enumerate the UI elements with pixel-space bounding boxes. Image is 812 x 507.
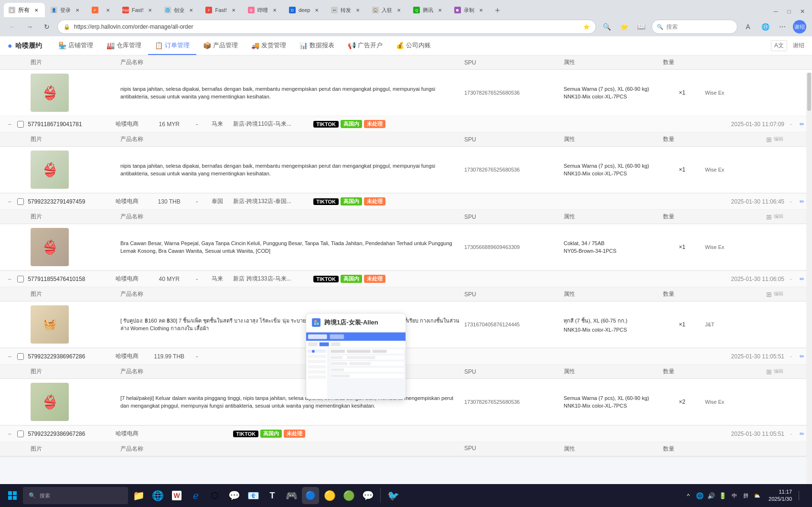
show-hidden-icons[interactable]: ^	[684, 491, 693, 500]
translate-btn[interactable]: A文	[771, 40, 787, 51]
tab-login[interactable]: 👤 登录 ✕	[46, 3, 86, 17]
search-bar[interactable]: 🔍 搜索	[652, 20, 737, 34]
collapse-btn-4[interactable]: −	[6, 353, 13, 360]
system-clock[interactable]: 11:17 2025/1/30	[765, 488, 796, 503]
tab-ruzhu[interactable]: 🏠 入驻 ✕	[367, 3, 407, 17]
taskbar-bird[interactable]: 🐦	[385, 487, 402, 504]
weather-icon[interactable]: ⛅	[752, 491, 762, 500]
nav-data-report[interactable]: 📊 数据报表	[293, 36, 341, 55]
tab-close-fast1[interactable]: ✕	[146, 6, 154, 14]
order-edit-1[interactable]: ✏	[798, 121, 806, 128]
close-window-btn[interactable]: ✕	[797, 6, 808, 17]
taskbar-file-explorer[interactable]: 📁	[130, 487, 147, 504]
tab-close-bilibili[interactable]: ✕	[271, 6, 278, 14]
tab-forward[interactable]: ↩ 转发 ✕	[326, 3, 366, 17]
tab-deep[interactable]: D deep ✕	[284, 3, 325, 17]
refresh-btn[interactable]: ↻	[40, 20, 53, 33]
taskbar-wps[interactable]: W	[168, 487, 185, 504]
sync-btn[interactable]: 🌐	[759, 20, 772, 33]
nav-order-mgmt[interactable]: 📋 订单管理	[148, 36, 196, 55]
grid-icon-2[interactable]: ⊞	[766, 213, 772, 221]
show-desktop-btn[interactable]	[799, 491, 808, 500]
tab-active[interactable]: 📋 所有 ✕	[4, 3, 45, 17]
tab-fast1[interactable]: Fast Fast! ✕	[118, 3, 159, 17]
order-checkbox-4[interactable]	[17, 353, 24, 360]
order-checkbox-1[interactable]	[17, 121, 24, 128]
grid-icon-4[interactable]: ⊞	[766, 368, 772, 376]
order-edit-5[interactable]: ✏	[798, 431, 806, 437]
taskbar-app10[interactable]: 🎮	[283, 487, 300, 504]
ime-icon[interactable]: 中	[729, 491, 739, 500]
tab-close-record[interactable]: ✕	[477, 6, 485, 14]
tab-chuangye[interactable]: 🌐 创业 ✕	[160, 3, 200, 17]
tab-close-tencent[interactable]: ✕	[436, 6, 444, 14]
taskbar-wechat[interactable]: 💬	[225, 487, 243, 504]
tab-2[interactable]: F ✕	[87, 3, 117, 17]
taskbar-app8[interactable]: 📧	[245, 487, 262, 504]
tab-fast2[interactable]: F Fast! ✕	[201, 3, 242, 17]
nav-accounting[interactable]: 💰 公司内账	[389, 36, 438, 55]
network-icon[interactable]: 🌐	[695, 491, 705, 500]
tab-close-deep[interactable]: ✕	[313, 6, 321, 14]
taskbar-app13[interactable]: 🟢	[340, 487, 357, 504]
browser-menu-btn[interactable]: A	[741, 20, 755, 33]
taskbar-wechat2[interactable]: 💬	[359, 487, 376, 504]
start-button[interactable]	[4, 487, 21, 504]
order-checkbox-5[interactable]	[17, 431, 24, 437]
collapse-btn-5[interactable]: −	[6, 430, 13, 438]
grid-icon-3[interactable]: ⊞	[766, 291, 772, 298]
collections-btn[interactable]: 📖	[634, 20, 648, 33]
taskbar-app12[interactable]: 🟡	[321, 487, 338, 504]
minimize-btn[interactable]: ─	[770, 6, 781, 17]
tab-bilibili[interactable]: B 哔哩 ✕	[243, 3, 283, 17]
collapse-btn-2[interactable]: −	[6, 198, 13, 205]
collapse-btn-1[interactable]: −	[6, 120, 13, 128]
scrollbar-track[interactable]	[806, 73, 812, 484]
tab-close-login[interactable]: ✕	[74, 6, 81, 14]
collapse-btn-3[interactable]: −	[6, 275, 13, 283]
product-attr-4: Semua Warna (7 pcs), XL (60-90 kg) NNK10…	[564, 395, 659, 409]
order-country-1: 马来	[205, 120, 229, 128]
taskbar-edge[interactable]: ℯ	[187, 487, 204, 504]
tab-close-fast2[interactable]: ✕	[230, 6, 237, 14]
tab-record[interactable]: ⏺ 录制 ✕	[449, 3, 490, 17]
order-edit-2[interactable]: ✏	[798, 198, 806, 205]
tab-close-ruzhu[interactable]: ✕	[395, 6, 403, 14]
tag-tiktok-5: TIKTOK	[233, 431, 258, 437]
nav-warehouse-mgmt[interactable]: 🏭 仓库管理	[100, 36, 148, 55]
new-tab-button[interactable]: +	[491, 4, 504, 17]
scrollbar-thumb[interactable]	[807, 73, 811, 111]
nav-shipping-mgmt[interactable]: 🚚 发货管理	[245, 36, 293, 55]
taskbar-search-btn[interactable]: 🔍 搜索	[23, 487, 128, 504]
forward-btn[interactable]: →	[23, 20, 36, 33]
sound-icon[interactable]: 🔊	[706, 491, 716, 500]
tab-close-chuangye[interactable]: ✕	[187, 6, 195, 14]
url-bar[interactable]: 🔒 https://erp.hallovin.com/order-manage/…	[57, 20, 596, 34]
tab-close-forward[interactable]: ✕	[354, 6, 362, 14]
taskbar-app9[interactable]: T	[264, 487, 281, 504]
tab-tencent[interactable]: Q 腾讯 ✕	[408, 3, 449, 17]
order-edit-4[interactable]: ✏	[798, 353, 806, 360]
taskbar-vscode[interactable]: ⬡	[206, 487, 224, 504]
extensions-btn[interactable]: 🔍	[600, 20, 613, 33]
order-checkbox-2[interactable]	[17, 198, 24, 205]
more-btn[interactable]: ⋯	[776, 20, 789, 33]
taskbar-app11[interactable]: 🔵	[302, 487, 319, 504]
back-btn[interactable]: ←	[6, 20, 19, 33]
tab-close-btn[interactable]: ✕	[32, 6, 40, 14]
nav-store-mgmt[interactable]: 🏪 店铺管理	[52, 36, 100, 55]
maximize-btn[interactable]: □	[783, 6, 795, 17]
taskbar-chrome[interactable]: 🌐	[149, 487, 166, 504]
nav-product-mgmt[interactable]: 📦 产品管理	[196, 36, 245, 55]
nav-ads[interactable]: 📢 广告开户	[341, 36, 389, 55]
warehouse-icon: 🏭	[107, 42, 115, 49]
order-checkbox-3[interactable]	[17, 276, 24, 282]
tag-tiktok-3: TIKTOK	[313, 276, 339, 282]
favorites-btn[interactable]: ⭐	[617, 20, 630, 33]
order-edit-3[interactable]: ✏	[798, 276, 806, 282]
battery-icon[interactable]: 🔋	[718, 491, 727, 500]
tab-close-2[interactable]: ✕	[104, 6, 112, 14]
profile-avatar[interactable]: 谢绍	[793, 20, 806, 33]
grid-icon-1[interactable]: ⊞	[766, 136, 772, 143]
ime-mode[interactable]: 拼	[741, 491, 750, 500]
